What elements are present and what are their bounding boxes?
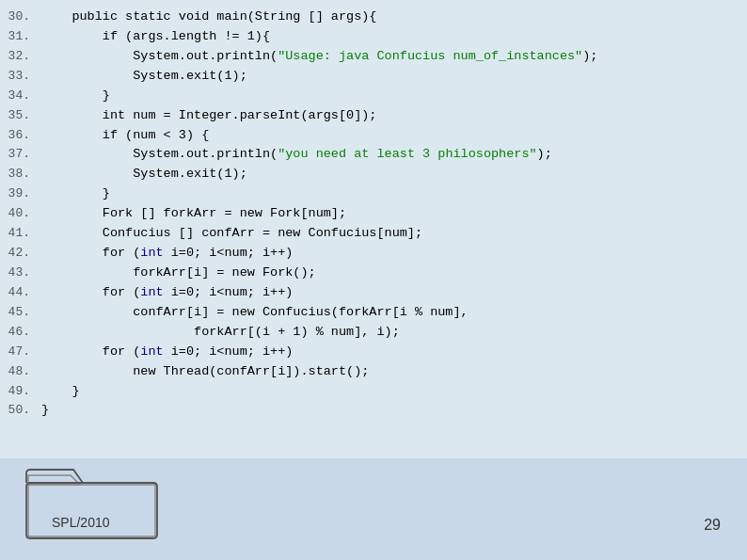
table-row: 32. System.out.println("Usage: java Conf… [0, 47, 747, 67]
code-text: for (int i=0; i<num; i++) [41, 244, 293, 264]
table-row: 43. forkArr[i] = new Fork(); [0, 264, 747, 283]
table-row: 44. for (int i=0; i<num; i++) [0, 283, 747, 303]
line-number: 33. [8, 67, 41, 86]
table-row: 50.} [0, 401, 747, 421]
code-text: forkArr[i] = new Fork(); [41, 264, 316, 283]
code-area: 30. public static void main(String [] ar… [0, 0, 747, 461]
line-number: 34. [8, 87, 41, 105]
line-number: 38. [8, 165, 41, 184]
folder-graphic: SPL/2010 [19, 456, 165, 551]
line-number: 36. [8, 126, 41, 145]
table-row: 34. } [0, 87, 747, 106]
code-text: } [41, 382, 80, 402]
table-row: 35. int num = Integer.parseInt(args[0]); [0, 106, 747, 126]
code-text: System.exit(1); [41, 165, 247, 184]
code-text: for (int i=0; i<num; i++) [41, 283, 293, 303]
code-text: for (int i=0; i<num; i++) [41, 343, 293, 362]
table-row: 42. for (int i=0; i<num; i++) [0, 244, 747, 264]
table-row: 38. System.exit(1); [0, 165, 747, 184]
table-row: 39. } [0, 184, 747, 204]
code-text: if (args.length != 1){ [41, 27, 270, 47]
code-text: int num = Integer.parseInt(args[0]); [41, 106, 376, 126]
line-number: 40. [8, 204, 41, 223]
table-row: 48. new Thread(confArr[i]).start(); [0, 362, 747, 382]
code-text: } [41, 401, 49, 421]
line-number: 47. [8, 343, 41, 361]
table-row: 31. if (args.length != 1){ [0, 27, 747, 47]
code-text: confArr[i] = new Confucius(forkArr[i % n… [41, 303, 469, 323]
line-number: 32. [8, 47, 41, 66]
table-row: 37. System.out.println("you need at leas… [0, 145, 747, 165]
table-row: 45. confArr[i] = new Confucius(forkArr[i… [0, 303, 747, 323]
line-number: 50. [8, 401, 41, 420]
line-number: 35. [8, 106, 41, 125]
line-number: 48. [8, 362, 41, 381]
line-number: 49. [8, 382, 41, 401]
line-number: 43. [8, 264, 41, 282]
line-number: 42. [8, 244, 41, 263]
table-row: 30. public static void main(String [] ar… [0, 8, 747, 27]
table-row: 46. forkArr[(i + 1) % num], i); [0, 323, 747, 343]
line-number: 44. [8, 283, 41, 302]
code-text: new Thread(confArr[i]).start(); [41, 362, 369, 382]
folder-label: SPL/2010 [52, 515, 110, 530]
code-text: Confucius [] confArr = new Confucius[num… [41, 224, 422, 244]
line-number: 45. [8, 303, 41, 322]
bottom-area: SPL/2010 29 [0, 458, 747, 560]
line-number: 39. [8, 184, 41, 203]
table-row: 40. Fork [] forkArr = new Fork[num]; [0, 204, 747, 224]
table-row: 41. Confucius [] confArr = new Confucius… [0, 224, 747, 244]
code-text: System.exit(1); [41, 67, 247, 87]
page-number: 29 [704, 517, 721, 534]
table-row: 36. if (num < 3) { [0, 126, 747, 146]
code-text: } [41, 87, 110, 106]
line-number: 37. [8, 145, 41, 164]
code-text: System.out.println("you need at least 3 … [41, 145, 552, 165]
code-text: if (num < 3) { [41, 126, 209, 146]
code-text: forkArr[(i + 1) % num], i); [41, 323, 400, 343]
code-text: } [41, 184, 110, 204]
line-number: 30. [8, 8, 41, 26]
table-row: 33. System.exit(1); [0, 67, 747, 87]
line-number: 46. [8, 323, 41, 342]
code-text: Fork [] forkArr = new Fork[num]; [41, 204, 346, 224]
table-row: 47. for (int i=0; i<num; i++) [0, 343, 747, 362]
line-number: 41. [8, 224, 41, 243]
line-number: 31. [8, 27, 41, 46]
table-row: 49. } [0, 382, 747, 402]
code-text: public static void main(String [] args){ [41, 8, 376, 27]
code-text: System.out.println("Usage: java Confuciu… [41, 47, 597, 67]
